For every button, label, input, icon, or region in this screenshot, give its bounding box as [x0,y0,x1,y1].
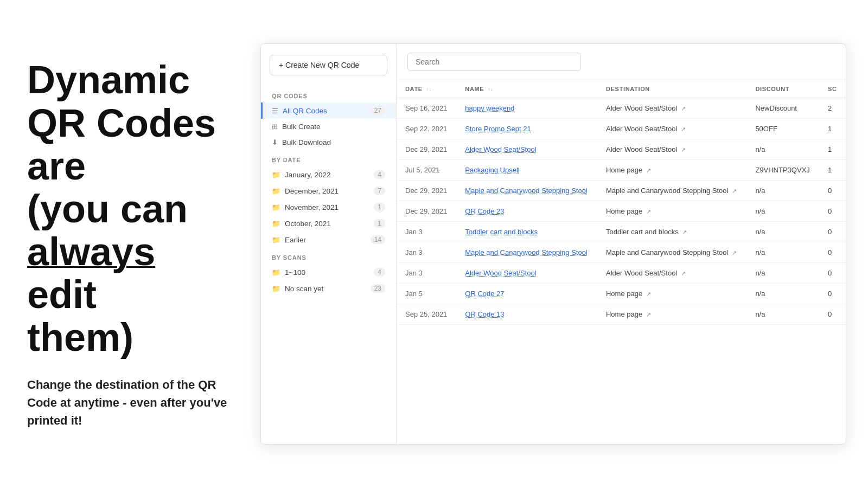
row-scans: 2 [819,98,846,119]
row-scans: 0 [819,242,846,263]
date-item-count: 14 [371,235,385,244]
sidebar-item-date[interactable]: 📁 October, 2021 1 [261,215,396,232]
date-item-count: 7 [374,187,385,195]
row-name[interactable]: QR Code 27 [456,284,597,304]
col-discount: DISCOUNT [746,80,819,98]
external-link-icon: ↗ [646,167,651,174]
row-name[interactable]: Alder Wood Seat/Stool [456,139,597,160]
list-icon: ☰ [272,107,278,115]
sidebar-item-bulk-create[interactable]: ⊞ Bulk Create [261,119,396,134]
external-link-icon: ↗ [681,105,686,112]
row-discount: n/a [746,139,819,160]
sidebar-item-date[interactable]: 📁 November, 2021 1 [261,199,396,215]
row-name[interactable]: Store Promo Sept 21 [456,119,597,139]
row-discount: Z9VHNTP3QVXJ [746,160,819,181]
sidebar-item-bulk-download[interactable]: ⬇ Bulk Download [261,134,396,150]
row-date: Sep 16, 2021 [397,98,456,119]
sidebar-item-scans[interactable]: 📁 No scan yet 23 [261,280,396,297]
all-qr-label: All QR Codes [283,107,327,115]
scans-item-count: 4 [374,268,385,277]
scans-item-label: No scan yet [285,285,323,293]
row-destination: Home page ↗ [597,304,746,325]
bulk-download-label: Bulk Download [282,138,331,146]
external-link-icon: ↗ [682,229,687,235]
row-name[interactable]: Alder Wood Seat/Stool [456,263,597,284]
row-scans: 0 [819,304,846,325]
by-scans-section-title: By Scans [261,248,396,264]
row-discount: n/a [746,304,819,325]
row-name[interactable]: Toddler cart and blocks [456,222,597,242]
row-destination: Maple and Canarywood Stepping Stool ↗ [597,242,746,263]
table-row: Sep 16, 2021 happy weekend Alder Wood Se… [397,98,846,119]
external-link-icon: ↗ [732,188,737,194]
create-qr-button[interactable]: + Create New QR Code [270,55,387,75]
external-link-icon: ↗ [732,249,737,256]
scans-item-label: 1~100 [285,268,305,277]
table-row: Dec 29, 2021 Alder Wood Seat/Stool Alder… [397,139,846,160]
row-date: Sep 25, 2021 [397,304,456,325]
row-scans: 0 [819,181,846,201]
table-header-row: DATE ↑↓ NAME ↑↓ DESTINATION DISCOUNT SC [397,80,846,98]
row-discount: 50OFF [746,119,819,139]
date-item-label: Earlier [285,236,306,244]
row-destination: Alder Wood Seat/Stool ↗ [597,263,746,284]
table-row: Sep 25, 2021 QR Code 13 Home page ↗ n/a … [397,304,846,325]
row-name[interactable]: happy weekend [456,98,597,119]
row-name[interactable]: QR Code 13 [456,304,597,325]
folder-icon: 📁 [272,268,280,277]
row-date: Jan 5 [397,284,456,304]
main-content: DATE ↑↓ NAME ↑↓ DESTINATION DISCOUNT SC … [397,44,846,444]
row-scans: 0 [819,284,846,304]
folder-icon: 📁 [272,285,280,293]
row-date: Dec 29, 2021 [397,181,456,201]
row-destination: Home page ↗ [597,284,746,304]
folder-icon: 📁 [272,171,280,179]
date-item-label: December, 2021 [285,187,339,195]
table-row: Dec 29, 2021 QR Code 23 Home page ↗ n/a … [397,201,846,222]
table-row: Jan 3 Maple and Canarywood Stepping Stoo… [397,242,846,263]
hero-subtitle: Change the destination of the QR Code at… [27,376,233,429]
row-name[interactable]: QR Code 23 [456,201,597,222]
folder-icon: 📁 [272,236,280,244]
external-link-icon: ↗ [646,311,651,318]
download-icon: ⬇ [272,138,278,146]
sidebar-item-all-qr[interactable]: ☰ All QR Codes 27 [261,102,396,119]
folder-icon: 📁 [272,187,280,195]
col-destination: DESTINATION [597,80,746,98]
row-discount: n/a [746,222,819,242]
row-destination: Home page ↗ [597,160,746,181]
row-destination: Maple and Canarywood Stepping Stool ↗ [597,181,746,201]
row-discount: n/a [746,284,819,304]
col-name[interactable]: NAME ↑↓ [456,80,597,98]
col-date[interactable]: DATE ↑↓ [397,80,456,98]
qr-codes-section-title: QR Codes [261,86,396,102]
hero-title: Dynamic QR Codes are (you can always edi… [27,59,233,359]
table-row: Jan 3 Toddler cart and blocks Toddler ca… [397,222,846,242]
table-row: Jan 5 QR Code 27 Home page ↗ n/a 0 [397,284,846,304]
date-item-label: November, 2021 [285,203,339,211]
row-discount: n/a [746,181,819,201]
external-link-icon: ↗ [646,208,651,215]
search-input[interactable] [407,53,581,71]
sidebar-item-date[interactable]: 📁 Earlier 14 [261,232,396,248]
sidebar-item-date[interactable]: 📁 January, 2022 4 [261,166,396,183]
row-name[interactable]: Maple and Canarywood Stepping Stool [456,242,597,263]
table-row: Jul 5, 2021 Packaging Upsell Home page ↗… [397,160,846,181]
bulk-create-label: Bulk Create [282,123,321,131]
row-discount: NewDiscount [746,98,819,119]
sidebar: + Create New QR Code QR Codes ☰ All QR C… [261,44,397,444]
date-item-count: 1 [374,203,385,211]
row-scans: 1 [819,160,846,181]
row-discount: n/a [746,242,819,263]
all-qr-count: 27 [371,106,385,115]
row-scans: 1 [819,139,846,160]
col-scans: SC [819,80,846,98]
row-name[interactable]: Packaging Upsell [456,160,597,181]
external-link-icon: ↗ [681,126,686,132]
row-name[interactable]: Maple and Canarywood Stepping Stool [456,181,597,201]
sidebar-item-scans[interactable]: 📁 1~100 4 [261,264,396,280]
row-date: Jan 3 [397,242,456,263]
app-window: + Create New QR Code QR Codes ☰ All QR C… [260,43,846,445]
row-date: Dec 29, 2021 [397,201,456,222]
sidebar-item-date[interactable]: 📁 December, 2021 7 [261,183,396,199]
